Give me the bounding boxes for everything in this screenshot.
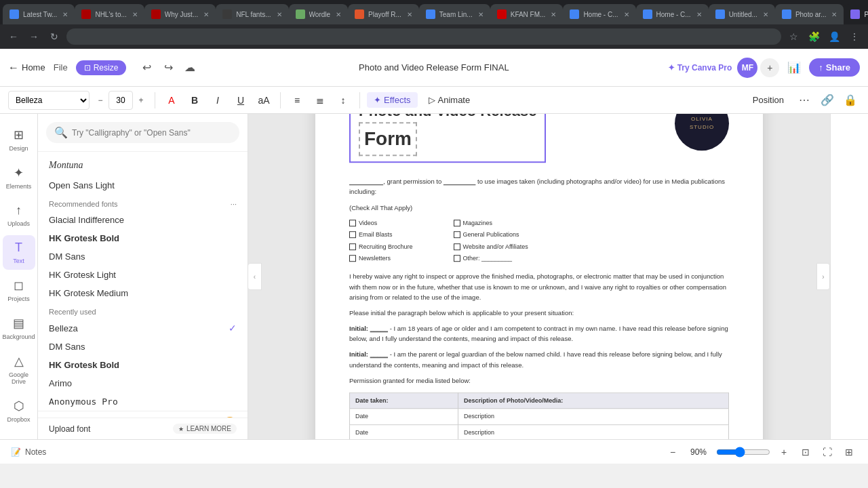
save-button[interactable]: ☁ (180, 58, 199, 77)
nav-apps[interactable]: ⊞ Apps (3, 431, 35, 439)
tab-why[interactable]: Why Just... ✕ (144, 4, 216, 24)
position-button[interactable]: Position (746, 92, 791, 108)
font-item-arimo[interactable]: Arimo (38, 374, 248, 392)
document-body: , grant permission to to use images take… (349, 176, 729, 439)
scroll-right-btn[interactable]: › (816, 263, 830, 290)
tab-home2[interactable]: Home - C... ✕ (636, 4, 709, 24)
list-btn[interactable]: ≣ (311, 91, 330, 110)
tab-photo-ar[interactable]: Photo ar... ✕ (775, 4, 844, 24)
profile-btn[interactable]: 👤 (826, 31, 842, 42)
table-cell-date-2: Date (350, 425, 458, 440)
tab-wordle[interactable]: Wordle ✕ (289, 4, 349, 24)
increase-font-btn[interactable]: + (134, 91, 148, 110)
font-item-dm-sans[interactable]: DM Sans (38, 247, 248, 266)
nav-dropbox[interactable]: ⬡ Dropbox (3, 393, 35, 428)
redo-button[interactable]: ↪ (159, 58, 178, 77)
link-btn[interactable]: 🔗 (818, 91, 837, 110)
nav-elements[interactable]: ✦ Elements (3, 160, 35, 195)
file-menu[interactable]: File (54, 62, 68, 73)
analytics-button[interactable]: 📊 (785, 58, 804, 77)
separator-1 (155, 92, 155, 108)
notes-button[interactable]: 📝 Notes (11, 447, 46, 457)
font-item-belleza[interactable]: Belleza ✓ (38, 319, 248, 338)
try-canva-button[interactable]: ✦ Try Canva Pro (668, 63, 732, 73)
menu-btn[interactable]: ⋮ (846, 31, 863, 42)
tab-playoff[interactable]: Playoff R... ✕ (348, 4, 419, 24)
document-content: ⧉ 🗑 ··· Photo and Video Release Form OLI… (315, 114, 763, 439)
case-btn[interactable]: aA (254, 91, 273, 110)
tab-kfan[interactable]: KFAN FM... ✕ (490, 4, 564, 24)
table-header-description: Description of Photo/Video/Media: (458, 393, 729, 409)
font-item-hk-medium[interactable]: HK Grotesk Medium (38, 284, 248, 302)
fit-page-btn[interactable]: ⊡ (797, 444, 814, 460)
extensions-btn[interactable]: 🧩 (806, 31, 822, 42)
nav-text[interactable]: T Text (3, 235, 35, 270)
font-list-scroll[interactable]: Montuna Open Sans Light Recommended font… (38, 152, 248, 418)
undo-button[interactable]: ↩ (137, 58, 156, 77)
grid-view-btn[interactable]: ⊞ (841, 444, 857, 460)
tab-bar: Latest Tw... ✕ NHL's to... ✕ Why Just...… (0, 0, 868, 24)
title-block[interactable]: ⧉ 🗑 ··· Photo and Video Release Form (349, 114, 546, 163)
resize-button[interactable]: ⊡ Resize (76, 60, 127, 75)
fullscreen-btn[interactable]: ⛶ (819, 444, 835, 460)
align-btn[interactable]: ≡ (288, 91, 307, 110)
decrease-font-btn[interactable]: − (94, 91, 107, 110)
tab-team[interactable]: Team Lin... ✕ (419, 4, 490, 24)
italic-btn[interactable]: I (208, 91, 227, 110)
nav-google-drive[interactable]: △ Google Drive (3, 348, 35, 390)
effects-button[interactable]: ✦ Effects (367, 92, 418, 108)
tab-photo-active[interactable]: Photo... ✕ (844, 4, 868, 24)
refresh-btn[interactable]: ↻ (46, 31, 62, 42)
zoom-slider[interactable] (716, 447, 770, 458)
address-input[interactable]: canva.com/design/DAFLlY2TvN4/KVcWLOztzz3… (66, 28, 781, 45)
learn-more-badge[interactable]: ★ LEARN MORE (173, 424, 237, 434)
back-btn[interactable]: ← (5, 31, 22, 42)
tab-home1[interactable]: Home - C... ✕ (563, 4, 635, 24)
text-color-btn[interactable]: A (162, 91, 181, 110)
share-button[interactable]: ↑ Share (809, 58, 860, 77)
checkbox-email: Email Blasts (349, 230, 413, 239)
home-button[interactable]: ← Home (8, 62, 45, 74)
font-selector[interactable]: Belleza (8, 91, 90, 110)
scroll-left-btn[interactable]: ‹ (248, 263, 262, 290)
search-icon: 🔍 (54, 126, 68, 139)
forward-btn[interactable]: → (26, 31, 42, 42)
font-item-hk-bold[interactable]: HK Grotesk Bold (38, 229, 248, 247)
font-item-glacial[interactable]: Glacial Indifference (38, 211, 248, 229)
add-collaborator-btn[interactable]: + (760, 58, 779, 77)
tab-latest[interactable]: Latest Tw... ✕ (3, 4, 75, 24)
nav-projects[interactable]: ◻ Projects (3, 272, 35, 308)
animate-button[interactable]: ▷ Animate (422, 92, 477, 108)
font-size-box: − + (94, 91, 148, 110)
tab-nhl[interactable]: NHL's to... ✕ (75, 4, 144, 24)
nav-uploads[interactable]: ↑ Uploads (3, 198, 35, 232)
font-search-input[interactable] (72, 128, 231, 138)
font-item-dm-sans-recent[interactable]: DM Sans (38, 338, 248, 356)
waive-text: I hereby waive any right to inspect or a… (349, 272, 729, 303)
zoom-in-btn[interactable]: + (776, 444, 792, 460)
nav-background[interactable]: ▤ Background (3, 310, 35, 346)
font-item-open-sans-light[interactable]: Open Sans Light (38, 176, 248, 195)
search-box[interactable]: 🔍 (46, 122, 239, 143)
font-item-hk-bold-recent[interactable]: HK Grotesk Bold (38, 356, 248, 374)
more-fonts-btn[interactable]: ··· (231, 200, 237, 208)
toolbar-left: ← Home File ⊡ Resize ↩ ↪ ☁ (8, 58, 199, 77)
canvas-area[interactable]: ‹ › ↺ ⧉ (248, 114, 830, 439)
tab-nfl[interactable]: NFL fants... ✕ (216, 4, 288, 24)
bookmark-btn[interactable]: ☆ (785, 31, 802, 42)
bold-btn[interactable]: B (185, 91, 204, 110)
font-item-anonymous-pro[interactable]: Anonymous Pro (38, 392, 248, 411)
user-avatar[interactable]: MF (737, 58, 757, 78)
upload-font-btn[interactable]: Upload font ★ LEARN MORE (49, 424, 237, 434)
more-options-btn[interactable]: ⋯ (795, 91, 814, 110)
separator-2 (280, 92, 281, 108)
right-panel (830, 114, 868, 439)
underline-btn[interactable]: U (231, 91, 250, 110)
zoom-out-btn[interactable]: − (665, 444, 681, 460)
spacing-btn[interactable]: ↕ (334, 91, 353, 110)
lock-btn[interactable]: 🔒 (841, 91, 860, 110)
font-size-input[interactable] (108, 91, 133, 110)
tab-untitled[interactable]: Untitled... ✕ (709, 4, 775, 24)
nav-design[interactable]: ⊞ Design (3, 122, 35, 157)
font-item-hk-light[interactable]: HK Grotesk Light (38, 266, 248, 284)
